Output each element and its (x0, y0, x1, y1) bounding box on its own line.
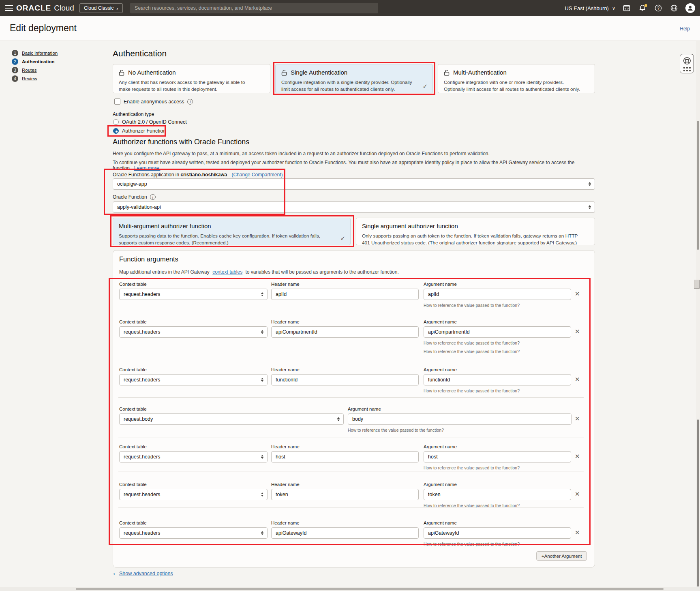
argument-name-input[interactable] (348, 413, 572, 425)
region-selector[interactable]: US East (Ashburn) ∨ (565, 5, 615, 11)
context-table-select[interactable]: request.headers (119, 326, 268, 338)
enable-anonymous-access-checkbox[interactable] (114, 98, 120, 105)
reference-helper-link[interactable]: How to reference the value passed to the… (348, 428, 444, 433)
hamburger-menu-icon[interactable] (5, 5, 13, 11)
mode-card-single-argument[interactable]: Single argument authorizer function Only… (356, 218, 595, 245)
remove-row-icon[interactable]: ✕ (575, 529, 580, 535)
inner-scrollbar-thumb[interactable] (694, 280, 700, 289)
support-launcher-widget[interactable] (680, 54, 694, 73)
argument-name-input[interactable] (424, 289, 571, 300)
authorizer-paragraph-2: To continue you must have already writte… (113, 160, 583, 171)
change-compartment-link[interactable]: (Change Compartment) (231, 172, 283, 178)
argument-name-input[interactable] (424, 451, 571, 463)
language-globe-icon[interactable] (670, 4, 679, 13)
another-argument-button[interactable]: +Another Argument (536, 551, 587, 561)
learn-more-link[interactable]: Learn more. (134, 165, 161, 171)
argument-name-input[interactable] (424, 489, 571, 500)
step-number: 4 (12, 75, 18, 82)
reference-helper-link[interactable]: How to reference the value passed to the… (424, 388, 520, 393)
auth-card-multi-authentication[interactable]: Multi-Authentication Configure integrati… (438, 64, 595, 93)
remove-row-icon[interactable]: ✕ (575, 328, 580, 334)
notification-badge (644, 4, 647, 7)
auth-card-single-authentication[interactable]: Single Authentication Configure integrat… (275, 64, 433, 93)
stepper-item-authentication[interactable]: 2 Authentication (12, 58, 55, 65)
argument-name-label: Argument name (424, 282, 457, 287)
remove-row-icon[interactable]: ✕ (575, 291, 580, 297)
global-search (130, 3, 378, 13)
authentication-type-label: Authentication type (113, 111, 154, 117)
header-name-input[interactable] (271, 451, 419, 463)
mode-card-multi-argument[interactable]: Multi-argument authorizer function Suppo… (113, 218, 351, 245)
cloud-shell-icon[interactable] (622, 4, 631, 13)
header-name-input[interactable] (271, 289, 419, 300)
topbar: ORACLE Cloud Cloud Classic › US East (As… (0, 0, 700, 16)
help-question-icon[interactable]: ? (654, 4, 663, 13)
step-label[interactable]: Basic information (22, 51, 58, 56)
header-name-input[interactable] (271, 527, 419, 539)
horizontal-scrollbar-track[interactable] (0, 587, 700, 591)
horizontal-scrollbar-thumb[interactable] (76, 588, 664, 590)
oauth-radio[interactable] (113, 119, 119, 125)
remove-row-icon[interactable]: ✕ (575, 376, 580, 382)
header-name-input[interactable] (271, 489, 419, 500)
info-icon[interactable]: i (150, 194, 156, 200)
info-icon[interactable]: i (187, 99, 193, 105)
header-name-input[interactable] (271, 326, 419, 338)
card-title: No Authentication (128, 69, 176, 76)
oracle-cloud-logo[interactable]: ORACLE Cloud (16, 0, 74, 16)
user-avatar[interactable] (685, 3, 695, 13)
context-table-select[interactable]: request.headers (119, 527, 268, 539)
reference-helper-link[interactable]: How to reference the value passed to the… (424, 542, 520, 546)
notifications-bell-icon[interactable] (638, 4, 647, 13)
vertical-scrollbar-thumb[interactable] (697, 420, 699, 587)
section-title-authorizer-functions: Authorizer functions with Oracle Functio… (113, 138, 249, 146)
header-name-input[interactable] (271, 374, 419, 385)
header-name-label: Header name (271, 282, 300, 287)
reference-helper-link[interactable]: How to reference the value passed to the… (424, 340, 520, 345)
lifebuoy-icon (683, 56, 691, 65)
stepper-item-routes[interactable]: 3 Routes (12, 67, 36, 73)
context-tables-link[interactable]: context tables (212, 269, 242, 275)
remove-row-icon[interactable]: ✕ (575, 491, 580, 497)
context-table-select[interactable]: request.body (119, 413, 344, 425)
context-table-select[interactable]: request.headers (119, 289, 268, 300)
functions-application-label: Oracle Functions application in cristian… (113, 172, 283, 178)
context-table-select[interactable]: request.headers (119, 489, 268, 500)
step-label[interactable]: Routes (22, 68, 36, 73)
stepper-item-basic-information[interactable]: 1 Basic information (12, 50, 58, 56)
vertical-scrollbar-thumb[interactable] (697, 121, 699, 250)
cloud-classic-button[interactable]: Cloud Classic › (79, 3, 123, 13)
remove-row-icon[interactable]: ✕ (575, 415, 580, 422)
argument-name-label: Argument name (348, 407, 381, 411)
reference-helper-link[interactable]: How to reference the value passed to the… (424, 349, 520, 354)
argument-name-input[interactable] (424, 527, 571, 539)
argument-name-input[interactable] (424, 326, 571, 338)
step-label[interactable]: Review (22, 76, 37, 81)
functions-application-select[interactable]: ociapigw-app (113, 178, 595, 190)
context-table-select[interactable]: request.headers (119, 374, 268, 385)
reference-helper-link[interactable]: How to reference the value passed to the… (424, 465, 520, 470)
remove-row-icon[interactable]: ✕ (575, 453, 580, 459)
authorizer-function-radio[interactable] (113, 128, 119, 134)
row-divider (118, 437, 584, 437)
auth-card-no-authentication[interactable]: No Authentication Any client that has ne… (113, 64, 270, 93)
argument-name-input[interactable] (424, 374, 571, 385)
show-advanced-options[interactable]: › Show advanced options (113, 570, 173, 576)
context-table-select[interactable]: request.headers (119, 451, 268, 463)
help-link[interactable]: Help (680, 26, 690, 32)
search-input[interactable] (130, 3, 378, 13)
show-advanced-options-link[interactable]: Show advanced options (119, 571, 173, 576)
oracle-function-select[interactable]: apply-validation-api (113, 201, 595, 213)
caret-down-icon: ∨ (612, 6, 615, 11)
stepper-item-review[interactable]: 4 Review (12, 75, 37, 82)
radio-row-authorizer-function[interactable]: Authorizer Function (113, 128, 166, 134)
row-divider (118, 471, 584, 471)
reference-helper-link[interactable]: How to reference the value passed to the… (424, 303, 520, 308)
argument-row: Context table request.headers Header nam… (113, 282, 595, 321)
lock-icon (281, 69, 287, 76)
card-description: Supports passing data to the function. E… (119, 233, 330, 246)
radio-row-oauth[interactable]: OAuth 2.0 / OpenID Connect (113, 119, 187, 125)
header-name-label: Header name (271, 319, 300, 324)
anonymous-access-row: Enable anonymous access i (114, 98, 193, 105)
row-divider (118, 309, 584, 309)
